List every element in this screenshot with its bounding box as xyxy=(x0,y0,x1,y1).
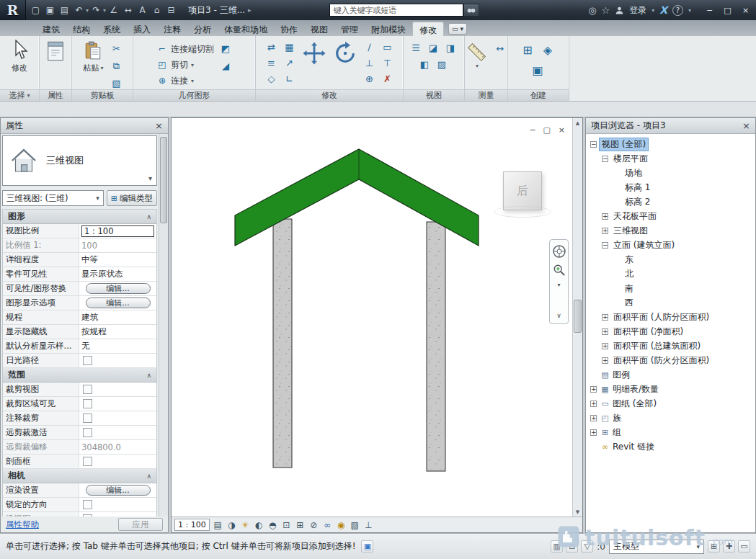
shadows-icon[interactable]: ◐ xyxy=(253,519,265,531)
hide-elements-icon[interactable]: ◪ xyxy=(425,40,441,55)
join-geometry-button[interactable]: ⊕ 连接▾ xyxy=(155,73,215,88)
property-section-图形[interactable]: 图形∧ xyxy=(3,210,156,224)
redo-dropdown-icon[interactable]: ▾ xyxy=(103,7,106,14)
panel-label-modify[interactable]: 修改 xyxy=(256,89,403,101)
background-processes-icon[interactable]: ▭ xyxy=(738,540,750,553)
section-collapse-icon[interactable]: ∧ xyxy=(146,473,151,480)
thin-lines-icon[interactable]: ☰ xyxy=(408,40,424,55)
exchange-apps-icon[interactable]: X xyxy=(659,4,667,16)
view-filter-combo[interactable]: 三维视图: (三维) ▾ xyxy=(2,190,104,206)
tree-expander-icon[interactable]: + xyxy=(602,343,608,349)
tree-item-图纸 (全部)[interactable]: +▭图纸 (全部) xyxy=(586,396,755,411)
property-value[interactable]: 编辑... xyxy=(79,296,156,310)
ribbon-tab-修改[interactable]: 修改 xyxy=(412,22,444,36)
text-icon[interactable]: A xyxy=(135,3,149,17)
type-selector[interactable]: 三维视图 ▾ xyxy=(2,135,157,186)
tree-expander-icon[interactable]: + xyxy=(590,415,597,421)
create-similar-icon[interactable]: ◈ xyxy=(538,40,557,59)
tree-item-立面 (建筑立面)[interactable]: −立面 (建筑立面) xyxy=(586,238,755,252)
aligned-dimension-icon[interactable]: ↔ xyxy=(121,3,135,17)
property-value[interactable]: 编辑... xyxy=(79,282,156,295)
properties-header[interactable]: 属性 × xyxy=(1,118,168,134)
ribbon-tab-协作[interactable]: 协作 xyxy=(274,22,304,36)
tree-item-三维视图[interactable]: +三维视图 xyxy=(586,223,755,238)
favorites-star-icon[interactable]: ☆ xyxy=(602,5,610,16)
sign-in-button[interactable]: 登录 xyxy=(629,4,646,17)
show-rendering-dialog-icon[interactable]: ◓ xyxy=(267,519,279,531)
help-icon[interactable]: ? xyxy=(672,5,683,16)
tree-item-场地[interactable]: 场地 xyxy=(586,166,755,180)
edit-button[interactable]: 编辑... xyxy=(86,298,151,308)
show-constraints-icon[interactable]: ⊥ xyxy=(363,519,375,531)
section-collapse-icon[interactable]: ∧ xyxy=(146,372,151,379)
property-value[interactable]: 编辑... xyxy=(79,483,156,497)
property-value[interactable]: 建筑 xyxy=(79,310,156,324)
temporary-hide-isolate-icon[interactable]: ∞ xyxy=(321,519,334,531)
undo-icon[interactable]: ↶ xyxy=(72,3,86,17)
tree-expander-icon[interactable]: − xyxy=(602,242,608,249)
tree-item-标高 2[interactable]: 标高 2 xyxy=(586,194,755,209)
tree-item-楼层平面[interactable]: −楼层平面 xyxy=(586,151,755,166)
panel-label-select[interactable]: 选择▾ xyxy=(0,89,39,101)
create-group-icon[interactable]: ⊞ xyxy=(518,40,537,59)
search-input[interactable] xyxy=(329,4,463,17)
property-value[interactable] xyxy=(79,383,156,396)
paint-icon[interactable]: ◢ xyxy=(218,58,234,73)
viewcube[interactable]: 后 xyxy=(503,171,542,210)
tree-expander-icon[interactable]: + xyxy=(602,213,608,220)
section-icon[interactable]: ⊟ xyxy=(164,3,178,17)
tree-expander-icon[interactable]: + xyxy=(602,357,608,364)
properties-toggle-button[interactable] xyxy=(42,38,69,64)
trim-extend-icon[interactable]: ∟ xyxy=(282,71,298,86)
tree-expander-icon[interactable]: + xyxy=(590,429,597,436)
type-selector-arrow-icon[interactable]: ▾ xyxy=(148,174,152,182)
checkbox[interactable] xyxy=(83,385,92,394)
cut-icon[interactable]: ✂ xyxy=(109,41,125,56)
communication-center-icon[interactable]: ◎ xyxy=(588,5,596,16)
qat-overflow-icon[interactable]: ▸ xyxy=(248,6,252,14)
redo-icon[interactable]: ↷ xyxy=(89,3,103,17)
tree-expander-icon[interactable]: − xyxy=(590,141,597,148)
tree-item-图例[interactable]: ▤图例 xyxy=(586,367,755,382)
property-value[interactable]: 显示原状态 xyxy=(79,267,156,281)
close-window-button[interactable]: × xyxy=(737,3,755,17)
crop-view-icon[interactable]: ⊡ xyxy=(280,519,293,531)
steering-wheel-icon[interactable] xyxy=(552,244,566,259)
property-value[interactable] xyxy=(79,498,156,511)
panel-label-properties[interactable]: 属性 xyxy=(40,89,71,101)
align-icon[interactable]: ⇄ xyxy=(264,40,280,55)
sign-in-dropdown-icon[interactable]: ▾ xyxy=(652,7,654,14)
scrollbar-thumb[interactable] xyxy=(574,300,582,333)
property-value[interactable]: 按规程 xyxy=(79,325,156,339)
ribbon-tab-管理[interactable]: 管理 xyxy=(334,22,365,36)
tree-expander-icon[interactable]: − xyxy=(602,156,608,162)
navbar-dropdown-icon[interactable]: ▾ xyxy=(557,282,560,288)
tree-item-天花板平面[interactable]: +天花板平面 xyxy=(586,209,755,223)
rotate-button[interactable] xyxy=(331,38,360,68)
ribbon-tab-体量和场地[interactable]: 体量和场地 xyxy=(218,22,274,36)
panel-label-create[interactable]: 创建 xyxy=(508,89,569,101)
join-end-cut-button[interactable]: ⌐ 连接端切割 xyxy=(155,42,215,56)
save-icon[interactable]: ▣ xyxy=(43,3,57,17)
scale-icon[interactable]: ↗ xyxy=(282,55,298,71)
split-face-icon[interactable]: ◩ xyxy=(218,41,234,56)
ribbon-display-toggle[interactable]: ▭▾ xyxy=(448,23,467,35)
override-graphics-icon[interactable]: ▨ xyxy=(434,57,450,72)
maximize-window-button[interactable]: □ xyxy=(719,3,737,17)
panel-label-view[interactable]: 视图 xyxy=(404,89,464,101)
tree-item-面积平面 (净面积)[interactable]: +面积平面 (净面积) xyxy=(586,324,755,339)
ribbon-tab-注释[interactable]: 注释 xyxy=(157,22,187,36)
view-close-icon[interactable]: × xyxy=(559,125,565,135)
panel-label-measure[interactable]: 测量 xyxy=(465,89,507,101)
tree-item-Revit 链接[interactable]: ∞Revit 链接 xyxy=(586,439,755,454)
sun-path-icon[interactable]: ☀ xyxy=(239,519,252,531)
tree-item-明细表/数量[interactable]: +▦明细表/数量 xyxy=(586,382,755,396)
property-value[interactable] xyxy=(79,411,156,425)
tree-expander-icon[interactable]: + xyxy=(590,401,597,407)
property-value[interactable]: 1 : 100 xyxy=(79,224,156,238)
checkbox[interactable] xyxy=(83,500,92,509)
status-indicator-icon[interactable]: ▣ xyxy=(361,540,373,553)
tree-item-东[interactable]: 东 xyxy=(586,252,755,267)
scroll-down-icon[interactable]: ▼ xyxy=(573,507,582,516)
property-value[interactable]: 100 xyxy=(79,238,156,252)
